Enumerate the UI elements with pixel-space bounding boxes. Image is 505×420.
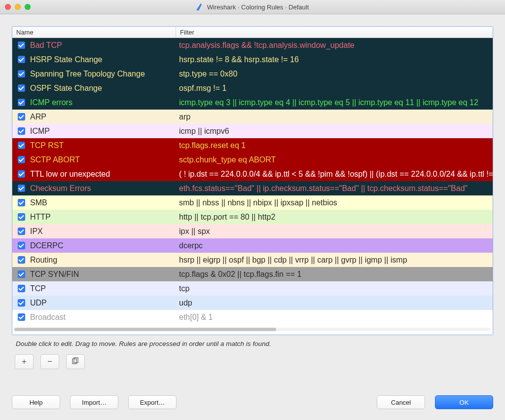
ok-button[interactable]: OK [435, 395, 493, 409]
rule-enabled-checkbox[interactable] [12, 99, 30, 106]
window-controls [5, 4, 31, 10]
rule-name: Bad TCP [30, 41, 179, 50]
rule-name: IPX [30, 227, 179, 236]
rule-filter: arp [179, 113, 493, 121]
table-row[interactable]: Broadcasteth[0] & 1 [12, 310, 493, 324]
checkmark-icon [18, 199, 25, 206]
table-row[interactable]: HTTPhttp || tcp.port == 80 || http2 [12, 210, 493, 224]
rule-filter: tcp.flags.reset eq 1 [179, 141, 493, 150]
rule-enabled-checkbox[interactable] [12, 84, 30, 92]
rule-filter: tcp.analysis.flags && !tcp.analysis.wind… [179, 41, 493, 50]
checkmark-icon [18, 142, 25, 149]
rule-enabled-checkbox[interactable] [12, 299, 30, 306]
table-row[interactable]: Spanning Tree Topology Changestp.type ==… [12, 67, 493, 81]
rule-enabled-checkbox[interactable] [12, 170, 30, 178]
table-row[interactable]: SCTP ABORTsctp.chunk_type eq ABORT [12, 153, 493, 167]
rule-name: TCP [30, 284, 179, 293]
titlebar: Wireshark · Coloring Rules · Default [0, 0, 505, 14]
window-title: Wireshark · Coloring Rules · Default [207, 3, 309, 11]
remove-rule-button[interactable]: − [40, 354, 59, 369]
rule-enabled-checkbox[interactable] [12, 41, 30, 49]
svg-rect-0 [72, 359, 76, 364]
table-row[interactable]: TCPtcp [12, 281, 493, 296]
column-header-name[interactable]: Name [12, 27, 176, 38]
table-row[interactable]: ARParp [12, 110, 493, 124]
checkmark-icon [18, 185, 25, 192]
rule-filter: tcp [179, 284, 493, 293]
cancel-button[interactable]: Cancel [377, 395, 425, 409]
table-row[interactable]: SMBsmb || nbss || nbns || nbipx || ipxsa… [12, 195, 493, 210]
rule-enabled-checkbox[interactable] [12, 199, 30, 206]
rule-filter: eth.fcs.status=="Bad" || ip.checksum.sta… [179, 184, 493, 193]
rule-name: Spanning Tree Topology Change [30, 70, 179, 78]
copy-rule-button[interactable] [66, 354, 85, 369]
table-row[interactable]: Checksum Errorseth.fcs.status=="Bad" || … [12, 181, 493, 195]
rules-table: Name Filter Bad TCPtcp.analysis.flags &&… [12, 26, 493, 335]
checkmark-icon [18, 56, 25, 63]
rule-filter: hsrp || eigrp || ospf || bgp || cdp || v… [179, 256, 493, 265]
table-row[interactable]: Bad TCPtcp.analysis.flags && !tcp.analys… [12, 38, 493, 52]
rule-enabled-checkbox[interactable] [12, 113, 30, 120]
horizontal-scrollbar[interactable] [12, 324, 493, 335]
rule-filter: tcp.flags & 0x02 || tcp.flags.fin == 1 [179, 270, 493, 279]
table-row[interactable]: DCERPCdcerpc [12, 238, 493, 253]
table-row[interactable]: HSRP State Changehsrp.state != 8 && hsrp… [12, 52, 493, 67]
rule-enabled-checkbox[interactable] [12, 185, 30, 192]
rule-enabled-checkbox[interactable] [12, 56, 30, 63]
bottom-bar: Help Import… Export… Cancel OK [12, 395, 493, 409]
table-row[interactable]: OSPF State Changeospf.msg != 1 [12, 81, 493, 95]
rule-filter: http || tcp.port == 80 || http2 [179, 213, 493, 222]
rule-filter: stp.type == 0x80 [179, 70, 493, 78]
table-row[interactable]: ICMP errorsicmp.type eq 3 || icmp.type e… [12, 95, 493, 110]
table-row[interactable]: TCP SYN/FINtcp.flags & 0x02 || tcp.flags… [12, 267, 493, 281]
checkmark-icon [18, 70, 25, 77]
rule-name: SMB [30, 198, 179, 207]
close-window-button[interactable] [5, 4, 11, 10]
rule-filter: icmp || icmpv6 [179, 127, 493, 136]
rule-enabled-checkbox[interactable] [12, 242, 30, 249]
add-rule-button[interactable]: + [15, 354, 34, 369]
rule-enabled-checkbox[interactable] [12, 142, 30, 149]
rule-filter: smb || nbss || nbns || nbipx || ipxsap |… [179, 198, 493, 207]
column-header-filter[interactable]: Filter [176, 27, 493, 38]
help-button[interactable]: Help [12, 395, 60, 409]
minimize-window-button[interactable] [15, 4, 21, 10]
import-button[interactable]: Import… [70, 395, 118, 409]
rule-filter: icmp.type eq 3 || icmp.type eq 4 || icmp… [179, 98, 493, 107]
rule-name: ICMP errors [30, 98, 179, 107]
rule-enabled-checkbox[interactable] [12, 156, 30, 163]
checkmark-icon [18, 270, 25, 278]
table-row[interactable]: IPXipx || spx [12, 224, 493, 238]
rule-name: TCP RST [30, 141, 179, 150]
rule-name: Broadcast [30, 313, 179, 322]
plus-icon: + [22, 357, 27, 367]
rule-enabled-checkbox[interactable] [12, 256, 30, 264]
rule-enabled-checkbox[interactable] [12, 313, 30, 321]
rule-enabled-checkbox[interactable] [12, 228, 30, 235]
rule-enabled-checkbox[interactable] [12, 270, 30, 278]
rule-name: TCP SYN/FIN [30, 270, 179, 279]
rule-enabled-checkbox[interactable] [12, 127, 30, 135]
rule-name: OSPF State Change [30, 84, 179, 93]
copy-icon [72, 357, 79, 367]
rule-enabled-checkbox[interactable] [12, 213, 30, 221]
rule-enabled-checkbox[interactable] [12, 70, 30, 77]
table-row[interactable]: UDPudp [12, 296, 493, 310]
table-row[interactable]: ICMPicmp || icmpv6 [12, 124, 493, 138]
minus-icon: − [47, 357, 52, 367]
export-button[interactable]: Export… [128, 395, 177, 409]
table-row[interactable]: Routinghsrp || eigrp || ospf || bgp || c… [12, 253, 493, 267]
fullscreen-window-button[interactable] [25, 4, 31, 10]
rule-enabled-checkbox[interactable] [12, 285, 30, 292]
wireshark-fin-icon [196, 3, 204, 10]
checkmark-icon [18, 41, 25, 49]
table-row[interactable]: TCP RSTtcp.flags.reset eq 1 [12, 138, 493, 153]
rule-name: UDP [30, 299, 179, 307]
svg-rect-1 [74, 358, 78, 363]
rule-filter: eth[0] & 1 [179, 313, 493, 322]
rule-name: Checksum Errors [30, 184, 179, 193]
rule-filter: ospf.msg != 1 [179, 84, 493, 93]
rule-name: ICMP [30, 127, 179, 136]
checkmark-icon [18, 170, 25, 178]
table-row[interactable]: TTL low or unexpected( ! ip.dst == 224.0… [12, 167, 493, 181]
